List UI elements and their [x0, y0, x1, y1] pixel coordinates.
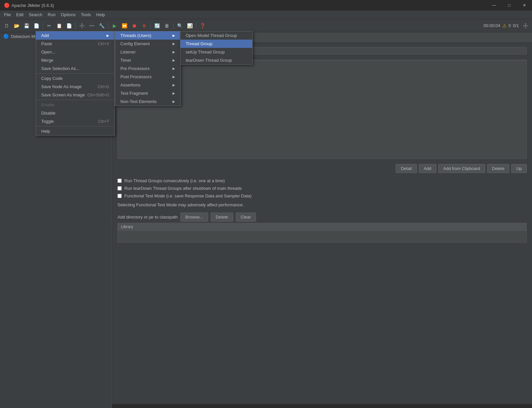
- ctx-threads-users[interactable]: Threads (Users) ▶: [115, 31, 180, 40]
- ctx-listener-arrow: ▶: [172, 50, 175, 54]
- toolbar-start[interactable]: ▶: [110, 21, 119, 30]
- toolbar-shutdown[interactable]: ⏸: [140, 21, 149, 30]
- ctx-pre-processors[interactable]: Pre Processors ▶: [115, 64, 180, 73]
- ctx-merge-label: Merge: [41, 58, 53, 63]
- checkbox-consecutive[interactable]: [117, 179, 122, 183]
- toolbar-expand[interactable]: ➕: [77, 21, 86, 30]
- ctx-copy-code-label: Copy Code: [41, 76, 63, 81]
- toolbar-copy[interactable]: 📋: [54, 21, 64, 30]
- ctx-config-element[interactable]: Config Element ▶: [115, 40, 180, 48]
- menu-options[interactable]: Options: [58, 11, 78, 18]
- ctx-open-model-label: Open Model Thread Group: [186, 33, 237, 38]
- ctx-timer-label: Timer: [120, 58, 131, 63]
- ctx-non-test-label: Non-Test Elements: [120, 99, 157, 104]
- toolbar-collapse[interactable]: ➖: [87, 21, 96, 30]
- ctx-open-model-thread[interactable]: Open Model Thread Group: [180, 31, 252, 40]
- checkbox-row-1: Run Thread Groups consecutively (i.e. on…: [117, 178, 527, 183]
- checkbox-functional[interactable]: [117, 194, 122, 198]
- add-remote-button[interactable]: ➕: [521, 21, 530, 30]
- ctx-save-node-image[interactable]: Save Node As Image Ctrl+G: [36, 83, 114, 91]
- ctx-toggle[interactable]: Toggle Ctrl+T: [36, 117, 114, 125]
- ctx-copy-code[interactable]: Copy Code: [36, 74, 114, 83]
- toolbar-templates[interactable]: 📊: [185, 21, 194, 30]
- add-from-clipboard-button[interactable]: Add from Clipboard: [438, 164, 485, 173]
- toolbar-start-no-pause[interactable]: ⏩: [120, 21, 129, 30]
- ctx-open[interactable]: Open...: [36, 48, 114, 56]
- ctx-add[interactable]: Add ▶: [36, 31, 114, 40]
- submenu-add[interactable]: Threads (Users) ▶ Config Element ▶ Liste…: [115, 31, 181, 106]
- toolbar-save-as[interactable]: 📄: [32, 21, 41, 30]
- toolbar-toggle[interactable]: 🔧: [97, 21, 106, 30]
- ctx-teardown-thread[interactable]: tearDown Thread Group: [180, 56, 252, 64]
- toolbar-help[interactable]: ❓: [198, 21, 207, 30]
- close-button[interactable]: ✕: [517, 0, 532, 11]
- ctx-assertions[interactable]: Assertions ▶: [115, 81, 180, 89]
- clear-button[interactable]: Clear: [236, 213, 256, 221]
- toolbar-sep6: [196, 22, 196, 29]
- submenu-threads[interactable]: Open Model Thread Group Thread Group set…: [180, 31, 253, 65]
- timer-display: 00:00:04: [484, 23, 500, 28]
- toolbar-new[interactable]: 🗋: [2, 21, 11, 30]
- ctx-sep1: [36, 73, 114, 74]
- app-icon: 🔴: [4, 3, 10, 8]
- toolbar-paste[interactable]: 📄: [64, 21, 74, 30]
- bottom-scrollbar[interactable]: [112, 404, 532, 408]
- toolbar-save[interactable]: 💾: [22, 21, 31, 30]
- minimize-button[interactable]: —: [486, 0, 502, 11]
- add-button[interactable]: Add: [419, 164, 436, 173]
- ctx-setup-thread-label: setUp Thread Group: [186, 50, 225, 54]
- toolbar-right: 00:00:04 ⚠ 0 0/1 ➕: [484, 21, 530, 30]
- detail-button[interactable]: Detail: [396, 164, 417, 173]
- toolbar-sep4: [150, 22, 151, 29]
- checkbox-teardown-label: Run tearDown Thread Groups after shutdow…: [124, 186, 242, 191]
- ctx-save-selection[interactable]: Save Selection As...: [36, 64, 114, 73]
- toolbar-cut[interactable]: ✂: [45, 21, 54, 30]
- delete-button[interactable]: Delete: [487, 164, 510, 173]
- ctx-save-screen-image[interactable]: Save Screen As Image Ctrl+Shift+G: [36, 91, 114, 99]
- maximize-button[interactable]: □: [502, 0, 517, 11]
- browse-button[interactable]: Browse...: [180, 213, 208, 221]
- ctx-config-label: Config Element: [120, 41, 150, 46]
- toolbar-search[interactable]: 🔍: [175, 21, 184, 30]
- ctx-paste-shortcut: Ctrl+V: [98, 42, 109, 46]
- ctx-enable-label: Enable: [41, 102, 54, 107]
- ctx-test-fragment[interactable]: Test Fragment ▶: [115, 89, 180, 97]
- window-controls: — □ ✕: [486, 0, 532, 11]
- ctx-post-processors[interactable]: Post Processors ▶: [115, 73, 180, 81]
- menu-bar: File Edit Search Run Options Tools Help: [0, 11, 532, 19]
- classpath-delete-button[interactable]: Delete: [211, 213, 233, 221]
- ctx-setup-thread[interactable]: setUp Thread Group: [180, 48, 252, 56]
- toolbar-clear-all[interactable]: 🗑: [162, 21, 172, 30]
- ctx-thread-group[interactable]: Thread Group: [180, 40, 252, 48]
- ctx-disable[interactable]: Disable: [36, 109, 114, 117]
- checkbox-row-3: Functional Test Mode (i.e. save Response…: [117, 193, 527, 198]
- ctx-pre-arrow: ▶: [172, 67, 175, 70]
- toolbar-clear[interactable]: 🔄: [152, 21, 162, 30]
- checkbox-teardown[interactable]: [117, 186, 122, 190]
- context-menu-level1[interactable]: Add ▶ Paste Ctrl+V Open... Merge Save Se…: [36, 31, 115, 136]
- functional-mode-note: Selecting Functional Test Mode may adver…: [117, 201, 527, 209]
- menu-edit[interactable]: Edit: [14, 11, 26, 18]
- toolbar-open[interactable]: 📂: [12, 21, 21, 30]
- toolbar-sep3: [108, 22, 108, 29]
- menu-run[interactable]: Run: [45, 11, 58, 18]
- ctx-pre-label: Pre Processors: [120, 66, 150, 71]
- ctx-paste[interactable]: Paste Ctrl+V: [36, 40, 114, 48]
- ctx-config-arrow: ▶: [172, 42, 175, 46]
- ctx-non-test-elements[interactable]: Non-Test Elements ▶: [115, 97, 180, 106]
- up-button[interactable]: Up: [511, 164, 527, 173]
- ctx-timer[interactable]: Timer ▶: [115, 56, 180, 64]
- ctx-open-label: Open...: [41, 50, 55, 54]
- ctx-save-screen-label: Save Screen As Image: [41, 92, 85, 97]
- menu-file[interactable]: File: [1, 11, 14, 18]
- ctx-help[interactable]: Help: [36, 127, 114, 135]
- toolbar-stop[interactable]: ⏹: [130, 21, 139, 30]
- menu-help[interactable]: Help: [94, 11, 108, 18]
- ctx-sep2: [36, 100, 114, 100]
- menu-tools[interactable]: Tools: [78, 11, 93, 18]
- ctx-merge[interactable]: Merge: [36, 56, 114, 64]
- warning-icon: ⚠: [502, 23, 507, 28]
- menu-search[interactable]: Search: [26, 11, 45, 18]
- ctx-listener-label: Listener: [120, 50, 136, 54]
- ctx-listener[interactable]: Listener ▶: [115, 48, 180, 56]
